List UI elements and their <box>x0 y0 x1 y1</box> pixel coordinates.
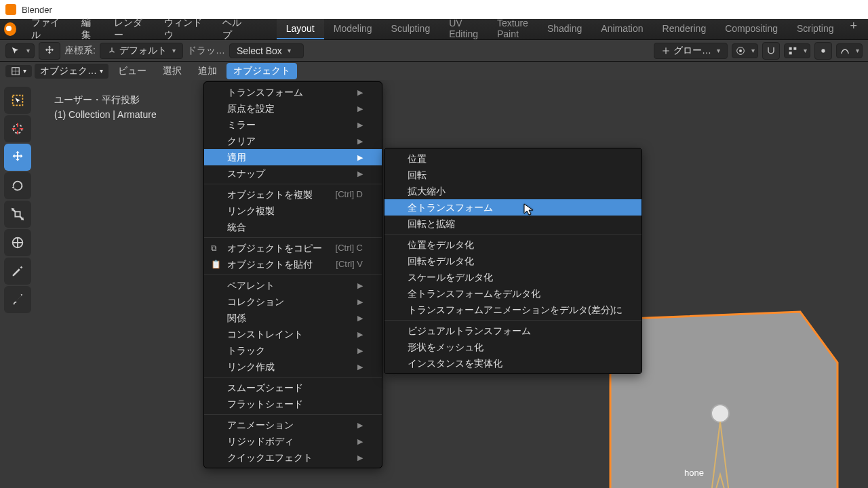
apply-to-mesh[interactable]: 形状をメッシュ化 <box>384 339 642 355</box>
tab-scripting[interactable]: Scripting <box>787 19 843 39</box>
blender-logo-icon[interactable] <box>4 22 16 36</box>
header-select[interactable]: 選択 <box>156 63 189 79</box>
apply-visual-transform[interactable]: ビジュアルトランスフォーム <box>384 323 642 339</box>
tab-modeling[interactable]: Modeling <box>324 19 382 39</box>
apply-rotation-delta[interactable]: 回転をデルタ化 <box>384 253 642 269</box>
menu-quick-effects[interactable]: クイックエフェクト▶ <box>204 449 382 466</box>
menu-duplicate[interactable]: オブジェクトを複製[Ctrl] D <box>204 186 382 203</box>
apply-rotation[interactable]: 回転 <box>384 167 642 183</box>
menu-transform[interactable]: トランスフォーム▶ <box>204 84 382 100</box>
tool-scale[interactable] <box>4 201 31 228</box>
tab-sculpting[interactable]: Sculpting <box>382 19 440 39</box>
menu-help[interactable]: ヘルプ <box>214 19 256 39</box>
snap-dropdown[interactable] <box>784 43 810 58</box>
menu-rigid-body[interactable]: リジッドボディ▶ <box>204 433 382 449</box>
tool-move[interactable] <box>4 144 31 171</box>
copy-icon: ⧉ <box>211 242 217 254</box>
menu-mirror[interactable]: ミラー▶ <box>204 117 382 133</box>
transform-orientation-dropdown[interactable]: グロー… <box>654 43 728 59</box>
menu-shade-smooth[interactable]: スムーズシェード <box>204 380 382 396</box>
menu-window[interactable]: ウィンドウ <box>156 19 214 39</box>
menu-copy-objects[interactable]: ⧉オブジェクトをコピー[Ctrl] C <box>204 240 382 256</box>
menu-separator <box>204 274 382 275</box>
app-icon <box>5 4 16 15</box>
menu-animation[interactable]: アニメーション▶ <box>204 417 382 433</box>
tab-animation[interactable]: Animation <box>591 19 652 39</box>
menu-edit[interactable]: 編集 <box>73 19 106 39</box>
menu-join[interactable]: 統合 <box>204 219 382 235</box>
tab-rendering[interactable]: Rendering <box>653 19 716 39</box>
app-name: Blender <box>22 5 52 15</box>
proportional-icon <box>818 45 829 56</box>
tool-select-box[interactable] <box>4 87 31 114</box>
snap-toggle[interactable] <box>762 42 780 60</box>
menu-clear[interactable]: クリア▶ <box>204 133 382 149</box>
apply-scale-delta[interactable]: スケールをデルタ化 <box>384 269 642 285</box>
select-mode-dropdown[interactable]: Select Box <box>229 43 304 58</box>
tab-layout[interactable]: Layout <box>277 19 324 39</box>
axes-icon <box>107 46 117 56</box>
tab-texture-paint[interactable]: Texture Paint <box>488 19 538 39</box>
apply-rotation-scale[interactable]: 回転と拡縮 <box>384 216 642 232</box>
pivot-dropdown[interactable] <box>732 43 758 58</box>
svg-rect-9 <box>15 211 20 216</box>
menu-separator <box>384 234 642 235</box>
menu-render[interactable]: レンダー <box>106 19 156 39</box>
tool-header: 座標系: デフォルト ドラッ… Select Box グロー… <box>0 39 868 61</box>
menu-collection[interactable]: コレクション▶ <box>204 293 382 310</box>
apply-all-delta[interactable]: 全トランスフォームをデルタ化 <box>384 285 642 302</box>
menu-make-link[interactable]: リンク作成▶ <box>204 359 382 375</box>
apply-anim-delta[interactable]: トランスフォームアニメーションをデルタ(差分)に <box>384 302 642 318</box>
window-title-bar: Blender <box>0 0 868 19</box>
tab-compositing[interactable]: Compositing <box>715 19 787 39</box>
svg-rect-2 <box>789 47 792 49</box>
svg-point-0 <box>739 49 742 52</box>
tool-sidebar <box>4 87 31 313</box>
viewport-3d[interactable]: ユーザー・平行投影 (1) Collection | Armature hone… <box>0 80 868 488</box>
tool-cursor[interactable] <box>4 115 31 142</box>
tab-shading[interactable]: Shading <box>538 19 591 39</box>
menu-shade-flat[interactable]: フラットシェード <box>204 396 382 412</box>
pivot-icon <box>735 45 746 56</box>
apply-location[interactable]: 位置 <box>384 150 642 167</box>
tool-measure[interactable] <box>4 286 31 313</box>
object-context-menu: トランスフォーム▶ 原点を設定▶ ミラー▶ クリア▶ 適用▶ スナップ▶ オブジ… <box>203 81 382 468</box>
tool-transform[interactable] <box>4 229 31 256</box>
menu-file[interactable]: ファイル <box>23 19 73 39</box>
orientation-dropdown[interactable]: デフォルト <box>100 43 183 59</box>
grid-icon <box>11 66 20 76</box>
menu-relations[interactable]: 関係▶ <box>204 310 382 326</box>
menu-link-duplicate[interactable]: リンク複製 <box>204 203 382 219</box>
mode-dropdown[interactable]: オブジェク… <box>35 64 108 79</box>
svg-rect-4 <box>789 52 792 54</box>
editor-type-dropdown[interactable] <box>5 65 32 77</box>
proportional-dropdown[interactable] <box>836 43 863 58</box>
menu-separator <box>204 184 382 184</box>
header-object[interactable]: オブジェクト <box>226 63 297 79</box>
apply-make-instances-real[interactable]: インスタンスを実体化 <box>384 355 642 371</box>
menu-constraint[interactable]: コンストレイント▶ <box>204 326 382 342</box>
add-workspace-button[interactable]: + <box>843 19 864 39</box>
menu-set-origin[interactable]: 原点を設定▶ <box>204 100 382 117</box>
menu-apply[interactable]: 適用▶ <box>204 149 382 165</box>
header-add[interactable]: 追加 <box>191 63 224 79</box>
apply-all-transforms[interactable]: 全トランスフォーム <box>384 199 642 216</box>
cursor-tool-dropdown[interactable] <box>5 43 35 58</box>
workspace-tabs: Layout Modeling Sculpting UV Editing Tex… <box>277 19 864 39</box>
header-view[interactable]: ビュー <box>111 63 153 79</box>
orientation-label: 座標系: <box>64 45 96 57</box>
move-tool-icon[interactable] <box>39 42 60 60</box>
menu-snap[interactable]: スナップ▶ <box>204 165 382 182</box>
menu-paste-objects[interactable]: 📋オブジェクトを貼付[Ctrl] V <box>204 256 382 272</box>
svg-point-5 <box>821 49 825 52</box>
viewport-projection: ユーザー・平行投影 <box>54 92 157 107</box>
tool-annotate[interactable] <box>4 258 31 285</box>
menu-track[interactable]: トラック▶ <box>204 342 382 359</box>
apply-scale[interactable]: 拡大縮小 <box>384 183 642 199</box>
menu-parent[interactable]: ペアレント▶ <box>204 277 382 293</box>
tab-uv-editing[interactable]: UV Editing <box>439 19 488 39</box>
proportional-toggle[interactable] <box>814 42 832 60</box>
tool-rotate[interactable] <box>4 172 31 199</box>
bone-label: hone <box>684 468 704 478</box>
apply-location-delta[interactable]: 位置をデルタ化 <box>384 237 642 253</box>
